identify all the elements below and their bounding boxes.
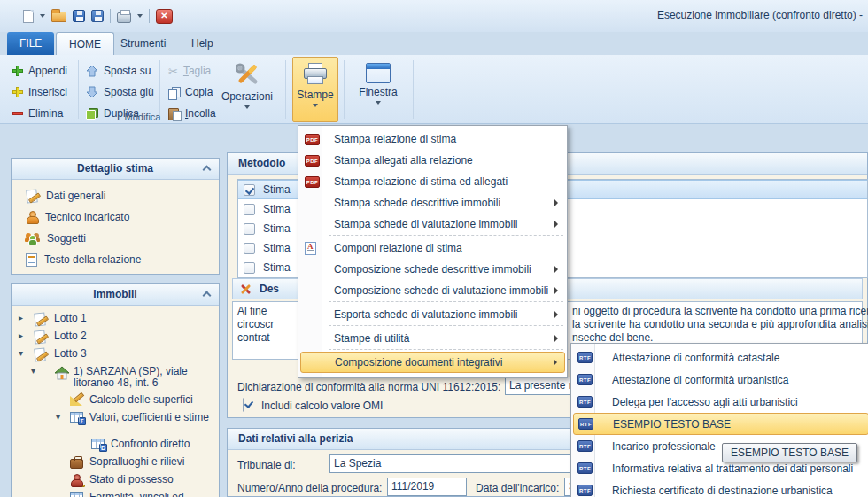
finestra-button[interactable]: Finestra	[351, 57, 406, 122]
menu-item-stampa-relazione[interactable]: PDFStampa relazione di stima	[300, 128, 565, 150]
operazioni-button[interactable]: Operazioni	[218, 57, 276, 122]
tree-item-lotto-2[interactable]: ▸ Lotto 2	[12, 329, 219, 346]
tab-file[interactable]: FILE	[7, 32, 54, 55]
close-icon[interactable]: ✕	[156, 9, 173, 24]
menu-item-stampa-allegati[interactable]: PDFStampa allegati alla relazione	[300, 150, 565, 171]
submenu-item-delega-atti[interactable]: RTFDelega per l'accesso agli atti urbani…	[573, 391, 868, 413]
application-window: ✕ Esecuzione immobiliare (confronto dire…	[0, 0, 868, 497]
lot-icon	[34, 313, 47, 326]
submenu-arrow-icon	[554, 287, 558, 294]
checkbox-checked-icon[interactable]	[244, 184, 255, 196]
menu-item-esporta-schede[interactable]: Esporta schede di valutazione immobili	[300, 304, 565, 325]
submenu-arrow-icon	[554, 335, 558, 342]
finestra-label: Finestra	[351, 86, 406, 98]
menu-item-label: Richiesta certificato di destinazione ur…	[612, 485, 833, 497]
save-as-icon[interactable]	[91, 10, 104, 22]
expander-expanded-icon[interactable]: ▾	[31, 366, 35, 376]
new-document-icon[interactable]	[23, 10, 34, 23]
tree-item-formalita[interactable]: Formalità, vincoli ed	[12, 490, 219, 497]
taglia-button: ✂Taglia	[168, 62, 211, 80]
title-bar: ✕ Esecuzione immobiliare (confronto dire…	[0, 0, 868, 32]
stampe-button[interactable]: Stampe	[292, 57, 338, 122]
stampe-label: Stampe	[293, 89, 337, 101]
collapse-chevron-icon[interactable]	[203, 291, 212, 300]
dettaglio-stima-header[interactable]: Dettaglio stima	[12, 159, 219, 180]
tree-label: 1) SARZANA (SP), viale litoraneo 48, int…	[74, 366, 206, 389]
dettaglio-stima-title: Dettaglio stima	[77, 162, 153, 175]
checkbox-icon[interactable]	[244, 262, 255, 274]
tree-item-lotto-1[interactable]: ▸ Lotto 1	[12, 311, 219, 329]
tree-item-calcolo-superfici[interactable]: Calcolo delle superfici	[12, 392, 219, 410]
omi-checkbox[interactable]	[243, 398, 244, 412]
tree-item-lotto-3[interactable]: ▾ Lotto 3	[12, 346, 219, 364]
menu-item-componi-relazione[interactable]: Componi relazione di stima	[300, 237, 565, 259]
expander-expanded-icon[interactable]: ▾	[56, 412, 60, 422]
print-dropdown-icon[interactable]	[137, 14, 143, 18]
appendi-button[interactable]: Appendi	[12, 62, 67, 80]
tab-help[interactable]: Help	[179, 32, 226, 55]
lot-icon	[34, 330, 47, 344]
copia-button[interactable]: Copia	[168, 83, 213, 101]
tree-label: Stato di possesso	[89, 474, 174, 485]
menu-item-stampe-utilita[interactable]: Stampe di utilità	[300, 328, 565, 349]
sidebar-item-dati-generali[interactable]: Dati generali	[26, 187, 105, 205]
submenu-item-richiesta-certificato[interactable]: RTFRichiesta certificato di destinazione…	[573, 479, 868, 497]
tab-strumenti[interactable]: Strumenti	[108, 32, 178, 55]
sidebar-item-testo-relazione[interactable]: Testo della relazione	[26, 251, 141, 268]
table-icon	[70, 492, 83, 497]
numero-anno-input[interactable]: 111/2019	[387, 478, 467, 496]
checkbox-icon[interactable]	[244, 223, 255, 235]
sposta-giu-button[interactable]: Sposta giù	[86, 83, 154, 101]
move-down-icon	[86, 86, 98, 98]
item-label: Soggetti	[47, 232, 86, 245]
sidebar-item-soggetti[interactable]: Soggetti	[26, 229, 86, 247]
tree-item-stato-possesso[interactable]: Stato di possesso	[12, 472, 219, 490]
menu-item-composizione-descrittive[interactable]: Composizione schede descrittive immobili	[300, 259, 565, 280]
expander-expanded-icon[interactable]: ▾	[19, 348, 23, 358]
copia-label: Copia	[185, 86, 213, 98]
collapse-chevron-icon[interactable]	[203, 166, 212, 175]
expander-collapsed-icon[interactable]: ▸	[19, 313, 23, 322]
checkbox-icon[interactable]	[244, 243, 255, 254]
expander-collapsed-icon[interactable]: ▸	[19, 330, 23, 340]
immobili-header[interactable]: Immobili	[12, 284, 219, 306]
toolbar-separator	[110, 9, 111, 23]
sposta-su-button[interactable]: Sposta su	[86, 62, 151, 80]
submenu-item-esempio-testo-base[interactable]: RTFESEMPIO TESTO BASE	[573, 413, 868, 435]
menu-item-label: Composizione documenti integrativi	[335, 356, 502, 369]
perizia-title: Dati relativi alla perizia	[238, 432, 353, 445]
menu-item-stampa-schede-descrittive[interactable]: Stampa schede descrittive immobili	[300, 192, 565, 214]
menu-item-composizione-documenti-integrativi[interactable]: Composizione documenti integrativi	[300, 352, 565, 373]
checkbox-icon[interactable]	[244, 204, 255, 215]
rtf-icon: RTF	[577, 374, 593, 385]
save-icon[interactable]	[73, 10, 85, 22]
tribunale-input[interactable]: La Spezia	[329, 454, 574, 473]
taglia-label: Taglia	[183, 65, 211, 77]
ribbon: Appendi Inserisci Elimina Sposta su Spos…	[0, 55, 868, 124]
menu-item-composizione-valutazione[interactable]: Composizione schede di valutazione immob…	[300, 280, 565, 301]
sidebar-item-tecnico-incaricato[interactable]: Tecnico incaricato	[26, 208, 129, 226]
submenu-item-attestazione-urbanistica[interactable]: RTFAttestazione di conformità urbanistic…	[573, 369, 868, 391]
inserisci-button[interactable]: Inserisci	[12, 83, 67, 101]
print-icon[interactable]	[117, 12, 131, 23]
menu-item-label: Informativa relativa al trattamento dei …	[612, 462, 853, 475]
tree-item-sopralluoghi[interactable]: Sopralluoghi e rilievi	[12, 454, 219, 472]
tree-item-valori-coefficienti[interactable]: ▾ Σ Valori, coefficienti e stime	[12, 410, 219, 437]
menu-item-stampa-schede-valutazione[interactable]: Stampa schede di valutazione immobili	[300, 214, 565, 235]
description-text-left: Al fine circoscr contrat	[237, 305, 274, 345]
inserisci-label: Inserisci	[28, 86, 67, 98]
tree-item-sarzana[interactable]: ▾ 1) SARZANA (SP), viale litoraneo 48, i…	[12, 364, 219, 392]
submenu-item-attestazione-catastale[interactable]: RTFAttestazione di conformità catastale	[573, 346, 868, 369]
ruler-icon	[70, 394, 84, 407]
new-document-dropdown-icon[interactable]	[40, 14, 45, 18]
tree-item-confronto-diretto[interactable]: D Confronto diretto	[12, 437, 219, 454]
open-folder-icon[interactable]	[51, 12, 66, 22]
metodologia-title: Metodolo	[238, 157, 285, 169]
dichiarazione-combobox[interactable]: La presente re	[505, 377, 574, 395]
item-label: Dati generali	[46, 190, 105, 202]
menu-item-label: Stampe di utilità	[334, 332, 409, 345]
rtf-icon: RTF	[578, 418, 593, 430]
menu-item-stampa-relazione-allegati[interactable]: PDFStampa relazione di stima ed allegati	[300, 171, 565, 192]
tab-home[interactable]: HOME	[56, 32, 114, 55]
tooltip: ESEMPIO TESTO BASE	[722, 443, 857, 462]
